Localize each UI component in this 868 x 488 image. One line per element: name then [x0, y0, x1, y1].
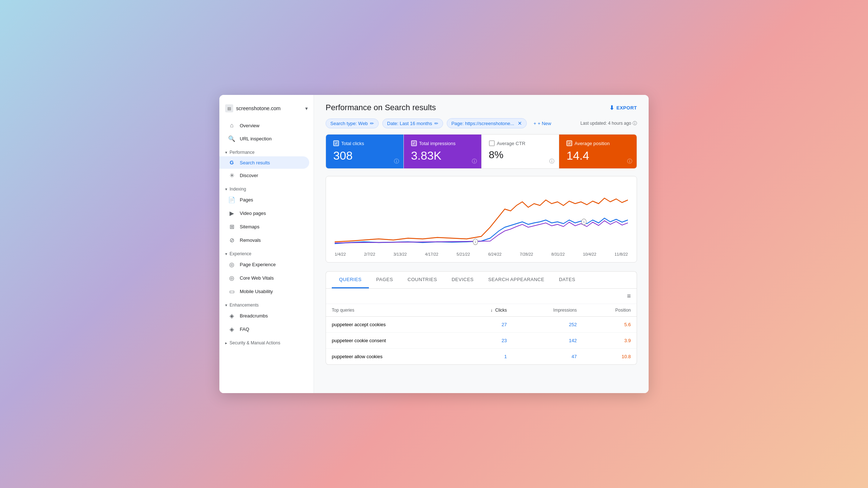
section-enhancements[interactable]: ▾ Enhancements	[219, 298, 314, 309]
col-header-position[interactable]: Position	[582, 304, 637, 317]
impressions-cell: 47	[513, 349, 582, 365]
sidebar-item-removals[interactable]: ⊘ Removals	[219, 233, 309, 247]
edit-icon[interactable]: ✏	[434, 121, 438, 126]
domain-selector[interactable]: ▤ screenshotone.com ▾	[219, 102, 314, 119]
clicks-cell: 1	[457, 349, 513, 365]
collapse-arrow-icon: ▾	[225, 187, 227, 192]
filter-search-type[interactable]: Search type: Web ✏	[326, 119, 379, 128]
x-label: 1/4/22	[335, 252, 346, 256]
sidebar-item-discover[interactable]: ✳ Discover	[219, 169, 309, 182]
experience-icon: ◎	[228, 261, 235, 268]
col-header-clicks[interactable]: ↓ Clicks	[457, 304, 513, 317]
tab-queries[interactable]: QUERIES	[332, 272, 369, 288]
metric-header: ✓ Average position	[566, 140, 629, 146]
page-header: Performance on Search results ⬇ EXPORT	[314, 95, 649, 118]
tab-search-appearance[interactable]: SEARCH APPEARANCE	[481, 272, 552, 288]
col-header-query: Top queries	[326, 304, 457, 317]
chart-container: 1 1 1/4/22 2/7/22 3/13/22 4/17/22 5/21/2…	[326, 176, 637, 263]
sidebar-item-core-web-vitals[interactable]: ◎ Core Web Vitals	[219, 271, 309, 285]
section-indexing[interactable]: ▾ Indexing	[219, 182, 314, 193]
query-cell: puppeteer cookie consent	[326, 333, 457, 349]
sidebar-item-sitemaps[interactable]: ⊞ Sitemaps	[219, 220, 309, 233]
domain-icon: ▤	[225, 104, 233, 112]
metric-total-clicks[interactable]: ✓ Total clicks 308 ⓘ	[326, 135, 404, 168]
info-icon[interactable]: ⓘ	[549, 158, 554, 165]
search-icon: 🔍	[228, 135, 235, 142]
info-icon[interactable]: ⓘ	[627, 158, 632, 165]
x-label: 10/4/22	[583, 252, 596, 256]
tab-pages[interactable]: PAGES	[369, 272, 400, 288]
metric-average-ctr[interactable]: Average CTR 8% ⓘ	[482, 135, 560, 168]
metric-header: Average CTR	[489, 140, 552, 146]
checkbox-icon[interactable]: ✓	[566, 140, 572, 146]
x-label: 2/7/22	[364, 252, 375, 256]
tab-dates[interactable]: DATES	[552, 272, 582, 288]
vitals-icon: ◎	[228, 275, 235, 281]
section-security[interactable]: ▸ Security & Manual Actions	[219, 336, 314, 347]
performance-chart: 1 1	[335, 184, 628, 249]
home-icon: ⌂	[228, 122, 235, 129]
sidebar-item-label: Pages	[240, 197, 253, 203]
add-filter-button[interactable]: + + New	[530, 119, 554, 128]
sidebar-item-search-results[interactable]: G Search results	[219, 156, 309, 169]
x-label: 8/31/22	[552, 252, 565, 256]
tabs-container: QUERIES PAGES COUNTRIES DEVICES SEARCH A…	[326, 271, 637, 289]
table-row: puppeteer allow cookies 1 47 10.8	[326, 349, 637, 365]
metric-value: 14.4	[566, 149, 629, 163]
sidebar-item-label: Sitemaps	[240, 224, 259, 229]
impressions-cell: 252	[513, 317, 582, 333]
checkbox-icon[interactable]: ✓	[411, 140, 417, 146]
sidebar-item-label: Core Web Vitals	[240, 275, 274, 281]
metric-total-impressions[interactable]: ✓ Total impressions 3.83K ⓘ	[404, 135, 482, 168]
metric-label: Average CTR	[497, 141, 526, 146]
sidebar-item-url-inspection[interactable]: 🔍 URL inspection	[219, 132, 309, 145]
filters-row: Search type: Web ✏ Date: Last 16 months …	[314, 118, 649, 134]
sidebar-item-label: FAQ	[240, 327, 249, 332]
section-experience[interactable]: ▾ Experience	[219, 247, 314, 258]
sidebar-item-label: Video pages	[240, 211, 266, 216]
info-icon[interactable]: ⓘ	[472, 158, 477, 165]
sidebar-item-page-experience[interactable]: ◎ Page Experience	[219, 258, 309, 271]
filter-button[interactable]: ≡	[627, 292, 631, 300]
filter-label: Date: Last 16 months	[387, 121, 432, 126]
filter-date[interactable]: Date: Last 16 months ✏	[382, 119, 443, 128]
export-button[interactable]: ⬇ EXPORT	[609, 104, 637, 111]
add-filter-label: + New	[538, 121, 551, 126]
sidebar-item-pages[interactable]: 📄 Pages	[219, 193, 309, 207]
info-icon[interactable]: ⓘ	[394, 158, 399, 165]
tab-devices[interactable]: DEVICES	[444, 272, 481, 288]
filter-page[interactable]: Page: https://screenshotone... ✕	[447, 118, 527, 128]
tabs-row: QUERIES PAGES COUNTRIES DEVICES SEARCH A…	[326, 272, 637, 289]
checkbox-icon[interactable]	[489, 140, 495, 146]
metric-header: ✓ Total impressions	[411, 140, 474, 146]
close-icon[interactable]: ✕	[518, 120, 522, 126]
sidebar-item-mobile-usability[interactable]: ▭ Mobile Usability	[219, 285, 309, 298]
checkbox-icon[interactable]: ✓	[333, 140, 339, 146]
metric-header: ✓ Total clicks	[333, 140, 396, 146]
sidebar-item-overview[interactable]: ⌂ Overview	[219, 119, 309, 132]
collapse-arrow-icon: ▾	[225, 150, 227, 155]
sidebar-item-faq[interactable]: ◈ FAQ	[219, 323, 309, 336]
pages-icon: 📄	[228, 196, 235, 203]
tab-countries[interactable]: COUNTRIES	[400, 272, 444, 288]
svg-text:1: 1	[583, 220, 585, 224]
sidebar-item-label: URL inspection	[240, 136, 272, 141]
query-cell: puppeteer allow cookies	[326, 349, 457, 365]
section-performance[interactable]: ▾ Performance	[219, 145, 314, 156]
x-label: 6/24/22	[488, 252, 502, 256]
clicks-cell: 23	[457, 333, 513, 349]
metric-value: 308	[333, 149, 396, 163]
edit-icon[interactable]: ✏	[370, 121, 374, 126]
sidebar-item-breadcrumbs[interactable]: ◈ Breadcrumbs	[219, 309, 309, 323]
table-container: ≡ Top queries ↓ Clicks Impressions Posit…	[326, 289, 637, 365]
domain-name: screenshotone.com	[236, 105, 302, 111]
sidebar-item-label: Breadcrumbs	[240, 313, 268, 319]
filter-label: Page: https://screenshotone...	[451, 121, 514, 126]
col-header-impressions[interactable]: Impressions	[513, 304, 582, 317]
position-cell: 3.9	[582, 333, 637, 349]
impressions-cell: 142	[513, 333, 582, 349]
sidebar-item-video-pages[interactable]: ▶ Video pages	[219, 207, 309, 220]
sidebar-item-label: Overview	[240, 123, 259, 128]
metric-average-position[interactable]: ✓ Average position 14.4 ⓘ	[559, 135, 637, 168]
metric-value: 3.83K	[411, 149, 474, 163]
